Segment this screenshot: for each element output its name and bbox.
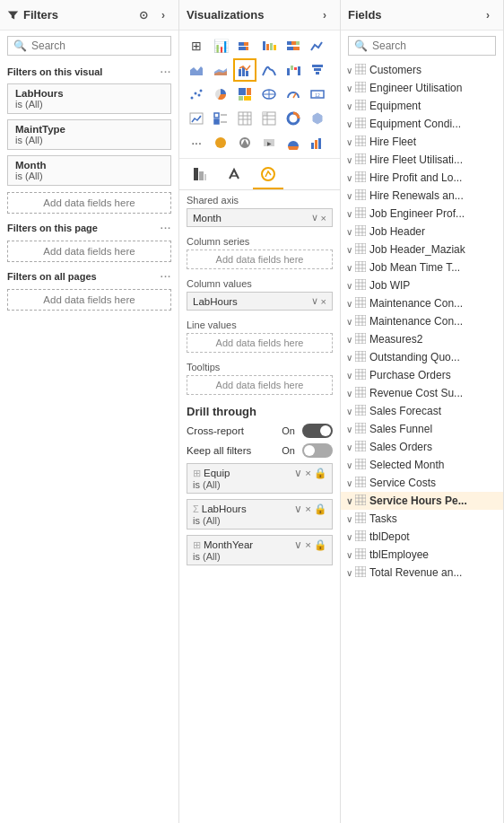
viz-custom2-icon[interactable]: [233, 131, 256, 154]
field-item-11[interactable]: ∨Job Mean Time T...: [341, 258, 503, 276]
viz-line-clustered-column-icon[interactable]: [233, 58, 256, 82]
viz-clustered-bar-icon[interactable]: [257, 34, 281, 57]
viz-100pct-bar-icon[interactable]: [282, 34, 305, 57]
column-values-pill[interactable]: LabHours ∨ ×: [187, 292, 333, 311]
field-item-24[interactable]: ∨Service Hours Pe...: [341, 492, 503, 510]
filter-labhours[interactable]: LabHours is (All): [7, 83, 171, 114]
field-item-13[interactable]: ∨Maintenance Con...: [341, 294, 503, 312]
column-values-close-icon[interactable]: ×: [321, 296, 326, 307]
keepfilters-toggle[interactable]: [302, 443, 333, 458]
shared-axis-chevron-icon[interactable]: ∨: [311, 212, 318, 223]
viz-custom1-icon[interactable]: [209, 131, 232, 154]
add-data-fields-visual[interactable]: Add data fields here: [7, 192, 171, 214]
field-item-18[interactable]: ∨Revenue Cost Su...: [341, 384, 503, 402]
field-item-19[interactable]: ∨Sales Forecast: [341, 402, 503, 420]
drillfield-monthyear[interactable]: ⊞ MonthYear ∨ × 🔒 is (All): [187, 535, 333, 565]
viz-treemap-icon[interactable]: [233, 83, 256, 106]
viz-custom5-icon[interactable]: [306, 131, 329, 154]
field-item-26[interactable]: ∨tblDepot: [341, 528, 503, 546]
viz-line-icon[interactable]: [306, 34, 329, 57]
field-item-22[interactable]: ∨Selected Month: [341, 456, 503, 474]
viz-custom3-icon[interactable]: ▶: [257, 131, 281, 154]
drillfield-equip-lock-icon[interactable]: 🔒: [314, 467, 326, 479]
viz-waterfall-icon[interactable]: [282, 58, 305, 82]
field-item-16[interactable]: ∨Outstanding Quo...: [341, 348, 503, 366]
viz-tab-analytics[interactable]: [253, 162, 283, 189]
drillfield-equip[interactable]: ⊞ Equip ∨ × 🔒 is (All): [187, 463, 333, 494]
line-values-drop[interactable]: Add data fields here: [187, 333, 333, 353]
field-item-1[interactable]: ∨Engineer Utilisation: [341, 79, 503, 97]
drillfield-equip-chevron-icon[interactable]: ∨: [294, 467, 302, 479]
viz-pie-icon[interactable]: [209, 83, 232, 106]
field-item-15[interactable]: ∨Measures2: [341, 330, 503, 348]
filters-search-input[interactable]: [31, 39, 165, 52]
field-item-7[interactable]: ∨Hire Renewals an...: [341, 187, 503, 205]
field-item-4[interactable]: ∨Hire Fleet: [341, 133, 503, 151]
filters-info-icon[interactable]: ⊙: [135, 7, 152, 23]
shared-axis-close-icon[interactable]: ×: [321, 213, 326, 223]
drillfield-labhours[interactable]: Σ LabHours ∨ × 🔒 is (All): [187, 499, 333, 530]
field-item-20[interactable]: ∨Sales Funnel: [341, 420, 503, 438]
crossreport-toggle[interactable]: [302, 424, 333, 438]
viz-stacked-bar-icon[interactable]: [233, 34, 256, 57]
viz-slicer-icon[interactable]: [209, 107, 232, 130]
fields-search-box[interactable]: 🔍: [348, 36, 496, 56]
filters-on-page-menu[interactable]: ···: [161, 223, 171, 233]
column-values-chevron-icon[interactable]: ∨: [311, 295, 318, 307]
drillfield-labhours-chevron-icon[interactable]: ∨: [294, 503, 302, 515]
viz-tab-format[interactable]: [219, 162, 249, 189]
field-item-28[interactable]: ∨Total Revenue an...: [341, 564, 503, 582]
field-item-14[interactable]: ∨Maintenance Con...: [341, 312, 503, 330]
field-item-17[interactable]: ∨Purchase Orders: [341, 366, 503, 384]
field-item-0[interactable]: ∨Customers: [341, 61, 503, 79]
field-item-21[interactable]: ∨Sales Orders: [341, 438, 503, 456]
filter-mainttype[interactable]: MaintType is (All): [7, 119, 171, 150]
viz-ribbon-icon[interactable]: [257, 58, 281, 82]
add-data-fields-all-pages[interactable]: Add data fields here: [7, 289, 171, 311]
drillfield-monthyear-close-icon[interactable]: ×: [305, 539, 311, 550]
drillfield-labhours-close-icon[interactable]: ×: [305, 503, 311, 514]
viz-funnel-icon[interactable]: [306, 58, 329, 82]
viz-map-icon[interactable]: [257, 83, 281, 106]
viz-table-grid-icon[interactable]: [233, 107, 256, 130]
field-item-23[interactable]: ∨Service Costs: [341, 474, 503, 492]
filters-on-all-pages-menu[interactable]: ···: [161, 271, 171, 282]
visualizations-expand-icon[interactable]: ›: [317, 7, 333, 23]
viz-card-icon[interactable]: 12: [306, 83, 329, 106]
filters-expand-icon[interactable]: ›: [155, 7, 171, 23]
field-item-6[interactable]: ∨Hire Profit and Lo...: [341, 169, 503, 187]
filter-month[interactable]: Month is (All): [7, 155, 171, 186]
viz-table-icon[interactable]: ⊞: [185, 34, 208, 57]
fields-expand-icon[interactable]: ›: [480, 7, 496, 23]
viz-filled-map-icon[interactable]: [306, 107, 329, 130]
viz-area-icon[interactable]: [185, 58, 208, 82]
drillfield-monthyear-chevron-icon[interactable]: ∨: [294, 538, 302, 551]
tooltips-drop[interactable]: Add data fields here: [187, 375, 333, 395]
viz-bar-icon[interactable]: 📊: [209, 34, 232, 57]
filters-on-visual-menu[interactable]: ···: [161, 66, 171, 77]
viz-scatter-icon[interactable]: [185, 83, 208, 106]
field-item-8[interactable]: ∨Job Engineer Prof...: [341, 205, 503, 223]
field-item-3[interactable]: ∨Equipment Condi...: [341, 115, 503, 133]
viz-donut-icon[interactable]: [282, 107, 305, 130]
column-series-drop[interactable]: Add data fields here: [187, 250, 333, 269]
field-item-27[interactable]: ∨tblEmployee: [341, 546, 503, 564]
drillfield-equip-close-icon[interactable]: ×: [305, 468, 311, 478]
viz-tab-build[interactable]: [185, 162, 215, 189]
fields-search-input[interactable]: [372, 39, 490, 52]
viz-gauge-icon[interactable]: [282, 83, 305, 106]
drillfield-labhours-lock-icon[interactable]: 🔒: [314, 503, 326, 515]
viz-custom4-icon[interactable]: [282, 131, 305, 154]
field-item-25[interactable]: ∨Tasks: [341, 510, 503, 528]
viz-kpi-icon[interactable]: [185, 107, 208, 130]
viz-stacked-area-icon[interactable]: [209, 58, 232, 82]
field-item-10[interactable]: ∨Job Header_Maziak: [341, 241, 503, 258]
field-item-2[interactable]: ∨Equipment: [341, 97, 503, 115]
filters-search-box[interactable]: 🔍: [7, 36, 171, 56]
field-item-9[interactable]: ∨Job Header: [341, 223, 503, 241]
viz-matrix-icon[interactable]: [257, 107, 281, 130]
field-item-12[interactable]: ∨Job WIP: [341, 276, 503, 294]
drillfield-monthyear-lock-icon[interactable]: 🔒: [314, 538, 326, 551]
shared-axis-pill[interactable]: Month ∨ ×: [187, 208, 333, 227]
add-data-fields-page[interactable]: Add data fields here: [7, 241, 171, 262]
